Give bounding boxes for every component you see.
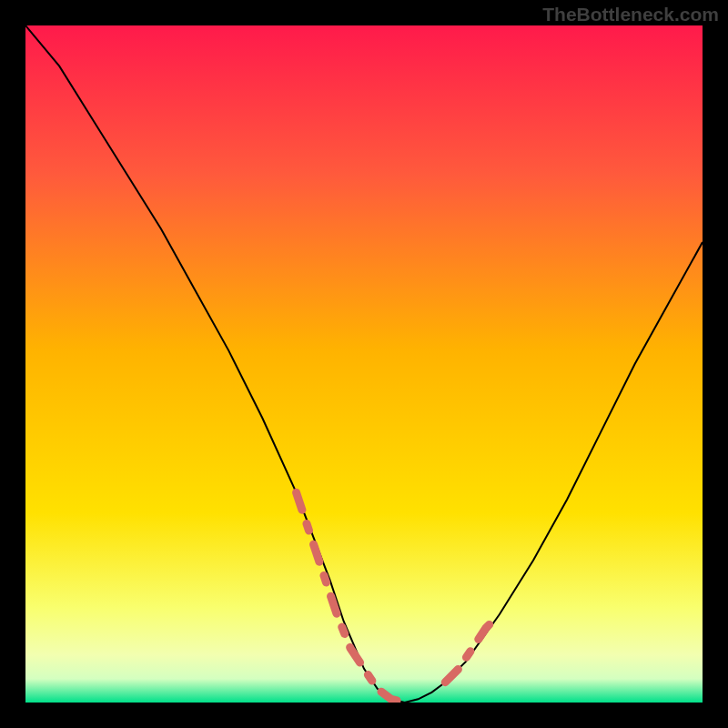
gradient-background <box>25 25 703 703</box>
chart-frame: TheBottleneck.com <box>0 0 728 728</box>
bottleneck-chart <box>25 25 703 703</box>
watermark-text: TheBottleneck.com <box>542 4 719 25</box>
